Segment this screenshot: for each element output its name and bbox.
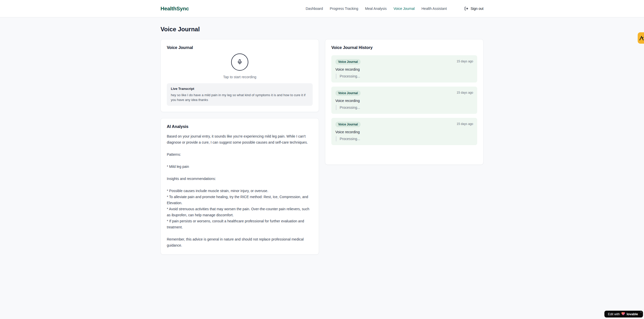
left-column: Voice Journal Tap to start recording	[160, 39, 319, 255]
top-header: HealthSync Dashboard Progress Tracking M…	[0, 0, 644, 17]
page-title: Voice Journal	[160, 26, 484, 33]
entry-type-badge: Voice Journal	[335, 59, 361, 65]
nav-item-dashboard[interactable]: Dashboard	[306, 7, 323, 11]
lambda-logo-icon	[639, 36, 644, 41]
brand-logo[interactable]: HealthSync	[160, 6, 189, 12]
entry-title: Voice recording	[335, 67, 473, 71]
live-transcript-text: hey so like I do have a mild pain in my …	[171, 93, 309, 102]
voice-journal-history-card: Voice Journal History Voice Journal 15 d…	[325, 39, 484, 165]
entry-timestamp: 15 days ago	[457, 90, 473, 94]
ai-analysis-card: AI Analysis Based on your journal entry,…	[160, 118, 319, 255]
recorder-card-title: Voice Journal	[167, 45, 313, 50]
nav-item-meal-analysis[interactable]: Meal Analysis	[365, 7, 387, 11]
edit-with-label: Edit with	[608, 312, 620, 316]
nav-item-voice-journal[interactable]: Voice Journal	[393, 7, 415, 11]
entry-type-badge: Voice Journal	[335, 90, 361, 96]
history-item[interactable]: Voice Journal 15 days ago Voice recordin…	[331, 55, 477, 83]
entry-timestamp: 15 days ago	[457, 59, 473, 63]
sign-out-button[interactable]: Sign out	[464, 7, 484, 11]
record-button[interactable]	[231, 54, 248, 71]
entry-timestamp: 15 days ago	[457, 122, 473, 126]
lovable-brand-label: lovable	[627, 312, 638, 316]
edit-with-lovable-badge[interactable]: Edit with lovable ×	[604, 311, 643, 317]
right-column: Voice Journal History Voice Journal 15 d…	[325, 39, 484, 165]
close-icon[interactable]: ×	[640, 311, 642, 313]
log-out-icon	[464, 7, 468, 11]
entry-status: Processing...	[336, 74, 473, 79]
voice-recorder-card: Voice Journal Tap to start recording	[160, 39, 319, 112]
live-transcript-box: Live Transcript hey so like I do have a …	[167, 83, 313, 106]
entry-title: Voice recording	[335, 130, 473, 134]
live-transcript-title: Live Transcript	[171, 87, 309, 91]
history-card-title: Voice Journal History	[331, 45, 477, 50]
nav-item-health-assistant[interactable]: Health Assistant	[421, 7, 447, 11]
tap-to-record-label: Tap to start recording	[223, 75, 256, 79]
sign-out-label: Sign out	[471, 7, 484, 11]
main-nav: Dashboard Progress Tracking Meal Analysi…	[306, 7, 484, 11]
nav-item-progress-tracking[interactable]: Progress Tracking	[330, 7, 358, 11]
microphone-icon	[237, 59, 243, 65]
ai-analysis-text: Based on your journal entry, it sounds l…	[167, 133, 313, 248]
ai-analysis-title: AI Analysis	[167, 124, 313, 129]
history-list: Voice Journal 15 days ago Voice recordin…	[331, 55, 477, 145]
main-content: Voice Journal Voice Journal	[160, 17, 484, 255]
entry-status: Processing...	[336, 136, 473, 141]
history-item[interactable]: Voice Journal 15 days ago Voice recordin…	[331, 87, 477, 114]
entry-title: Voice recording	[335, 99, 473, 103]
entry-status: Processing...	[336, 105, 473, 110]
entry-type-badge: Voice Journal	[335, 122, 361, 127]
history-item[interactable]: Voice Journal 15 days ago Voice recordin…	[331, 118, 477, 145]
side-feedback-badge[interactable]	[638, 32, 644, 44]
heart-icon	[621, 312, 625, 316]
